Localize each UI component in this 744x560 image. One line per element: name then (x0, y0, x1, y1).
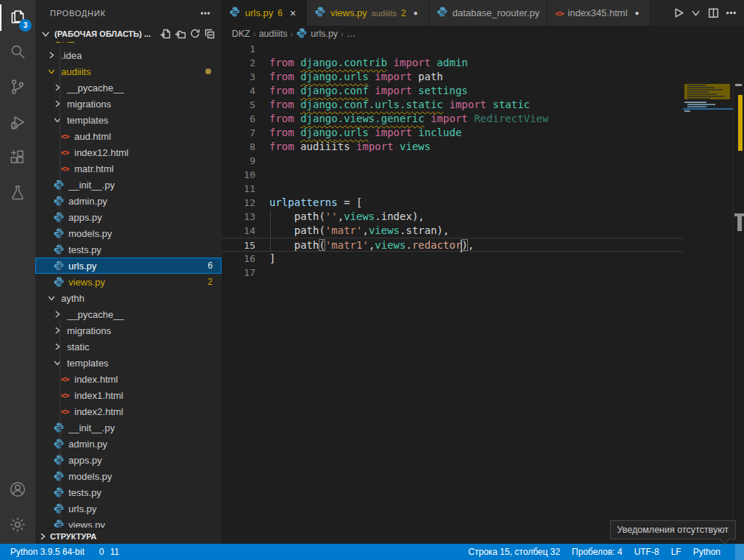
tree-file-apps-py[interactable]: apps.py (35, 209, 222, 225)
cursor-position-status[interactable]: Строка 15, столбец 32 (462, 544, 566, 560)
problems-status[interactable]: 0 11 (91, 544, 125, 560)
tree-file-apps-py[interactable]: apps.py (35, 452, 222, 468)
line-content: from django.views.generic import Redirec… (269, 112, 548, 126)
refresh-icon[interactable] (188, 26, 202, 41)
tree-file-index1-html[interactable]: <>index1.html (35, 387, 222, 403)
python-file-icon (53, 438, 65, 450)
code-token: include (412, 127, 461, 138)
python-file-icon (53, 470, 65, 482)
tab-urls-py[interactable]: urls.py6× (222, 0, 307, 26)
python-file-icon (436, 6, 448, 20)
tree-item-label: matr.html (74, 163, 113, 174)
code-token: import (375, 71, 412, 82)
tree-file-index2-html[interactable]: <>index2.html (35, 403, 222, 419)
code-token: redactor (412, 239, 461, 251)
tree-item-label: index12.html (74, 147, 129, 158)
tree-file-matr-html[interactable]: <>matr.html (35, 160, 222, 177)
code-editor[interactable]: 12from django.contrib import admin3from … (222, 42, 744, 544)
chevron-down-icon[interactable] (688, 6, 703, 21)
tree-file-models-py[interactable]: models.py (35, 468, 222, 484)
breadcrumb-item-symbols[interactable]: … (347, 29, 356, 39)
line-number: 7 (222, 126, 255, 140)
tree-folder-templates[interactable]: templates (35, 112, 222, 128)
tree-folder--pycache-[interactable]: __pycache__ (35, 306, 222, 322)
more-icon[interactable] (198, 6, 213, 21)
tree-file-models-py[interactable]: models.py (35, 225, 222, 241)
tree-file--init-py[interactable]: __init__.py (35, 419, 222, 436)
run-icon[interactable] (670, 6, 685, 21)
python-file-icon (53, 179, 65, 191)
indentation-status[interactable]: Пробелов: 4 (566, 544, 628, 560)
close-icon[interactable]: × (287, 7, 299, 19)
code-line-10: 10 (222, 168, 683, 182)
code-token: from (269, 127, 300, 138)
python-interpreter-status[interactable]: Python 3.9.5 64-bit (0, 544, 91, 560)
split-editor-icon[interactable] (706, 6, 720, 21)
breadcrumb-item-urls-py[interactable]: urls.py (296, 27, 338, 41)
tree-folder--pycache-[interactable]: __pycache__ (35, 79, 222, 96)
tree-item-label: migrations (67, 325, 111, 336)
modified-dot-icon[interactable]: ● (632, 9, 642, 17)
eol-status[interactable]: LF (665, 544, 687, 560)
new-file-icon[interactable] (158, 26, 173, 41)
tab-views-py[interactable]: views.pyaudiiits2● (307, 0, 429, 26)
line-number: 14 (222, 224, 255, 238)
breadcrumb-item-dkz[interactable]: DKZ (232, 29, 250, 39)
modified-dot-icon[interactable]: ● (411, 9, 421, 17)
activity-bar-item-testing[interactable] (0, 177, 35, 212)
tree-item-label: models.py (68, 471, 112, 482)
tree-folder--idea[interactable]: .idea (35, 47, 222, 63)
activity-bar-item-explorer[interactable]: 3 (0, 0, 35, 35)
new-folder-icon[interactable] (173, 26, 188, 41)
line-number: 4 (222, 84, 255, 98)
tree-file-index12-html[interactable]: <>index12.html (35, 144, 222, 160)
tree-file-aud-html[interactable]: <>aud.html (35, 128, 222, 144)
tree-file-admin-py[interactable]: admin.py (35, 193, 222, 209)
more-icon[interactable] (723, 6, 738, 21)
code-token (425, 113, 431, 124)
activity-bar-item-settings[interactable] (0, 508, 35, 544)
tab-index345-html[interactable]: <>index345.html● (548, 0, 650, 26)
tree-file-views-py[interactable]: views.py2 (35, 274, 222, 290)
activity-bar-item-extensions[interactable] (0, 141, 35, 177)
code-line-17: 17 (222, 266, 683, 280)
line-content: from django.urls import path (269, 70, 443, 84)
tree-folder-aythh[interactable]: aythh (35, 290, 222, 306)
tree-file-admin-py[interactable]: admin.py (35, 436, 222, 452)
tree-file-urls-py[interactable]: urls.py (35, 500, 222, 517)
minimap-line-mark (687, 91, 709, 93)
activity-bar-item-source-control[interactable] (0, 71, 35, 106)
tree-file-index-html[interactable]: <>index.html (35, 371, 222, 387)
minimap-current-line (683, 108, 733, 110)
tab-database-roouter-py[interactable]: database_roouter.py (429, 0, 548, 26)
minimap[interactable] (683, 84, 733, 544)
tree-folder-static[interactable]: static (35, 339, 222, 355)
tree-file-tests-py[interactable]: tests.py (35, 484, 222, 500)
code-token: . (405, 239, 411, 251)
collapse-all-icon[interactable] (202, 26, 217, 41)
tree-item-label: models.py (68, 228, 112, 239)
tree-file-tests-py[interactable]: tests.py (35, 241, 222, 258)
tree-folder-migrations[interactable]: migrations (35, 96, 222, 112)
tree-folder-migrations[interactable]: migrations (35, 322, 222, 339)
language-mode-status[interactable]: Python (687, 544, 726, 560)
outline-section-header[interactable]: СТРУКТУРА (35, 528, 222, 544)
tree-file-views-py[interactable]: views.py (35, 517, 222, 528)
tree-folder-templates[interactable]: templates (35, 355, 222, 371)
tree-file--init-py[interactable]: __init__.py (35, 177, 222, 193)
activity-bar-item-account[interactable] (0, 473, 35, 508)
tree-file-urls-py[interactable]: urls.py6 (35, 258, 222, 274)
file-tree: DKZ.ideaaudiiits__pycache__migrationstem… (35, 42, 222, 528)
breadcrumb-item-audiiits[interactable]: audiiits (259, 29, 288, 39)
encoding-status[interactable]: UTF-8 (628, 544, 665, 560)
code-token: , (338, 210, 344, 222)
overview-ruler[interactable] (733, 84, 744, 544)
workspace-section-header[interactable]: (РАБОЧАЯ ОБЛАСТЬ) ... (35, 26, 222, 42)
feedback-icon[interactable] (726, 544, 735, 560)
tree-folder-audiiits[interactable]: audiiits (35, 63, 222, 79)
activity-bar-item-search[interactable] (0, 35, 35, 71)
problems-count-badge: 2 (208, 277, 213, 287)
notifications-bell-icon[interactable] (735, 544, 744, 560)
tree-folder-dkz[interactable]: DKZ (35, 42, 222, 47)
activity-bar-item-run-debug[interactable] (0, 106, 35, 141)
